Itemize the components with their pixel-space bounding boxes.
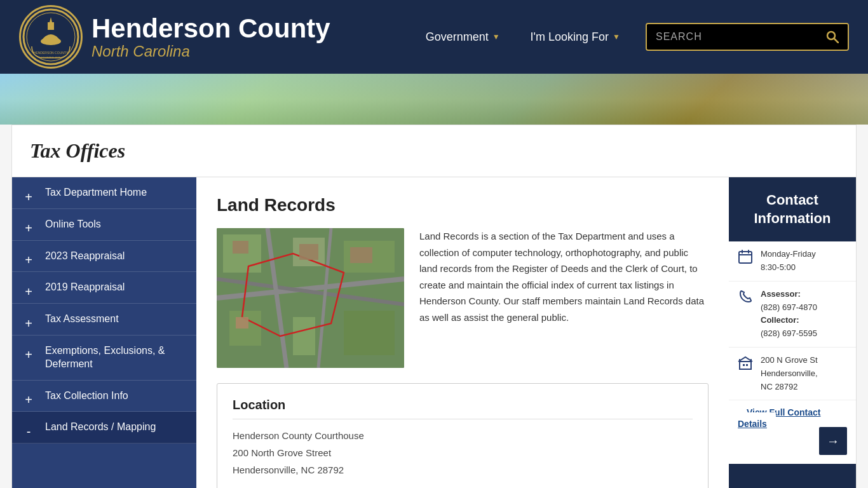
sidebar-item-label: Tax Collection Info [45, 381, 196, 412]
svg-rect-32 [743, 364, 745, 366]
logo-area: HENDERSON COUNTY FOUNDED 1838 Henderson … [19, 5, 330, 69]
location-line2: 200 North Grove Street [233, 444, 693, 461]
hero-image [0, 74, 868, 125]
svg-rect-24 [350, 247, 372, 263]
aerial-map-svg [217, 228, 404, 368]
county-seal: HENDERSON COUNTY FOUNDED 1838 [19, 5, 83, 69]
contact-hours: Monday-Friday 8:30-5:00 [729, 241, 856, 281]
content-intro: Land Records is a section of the Tax Dep… [217, 228, 709, 368]
nav-government-label: Government [426, 30, 489, 44]
sidebar: +Tax Department Home+Online Tools+2023 R… [12, 177, 196, 488]
arrow-right-icon: → [827, 434, 839, 449]
contact-hours-text: Monday-Friday 8:30-5:00 [761, 248, 816, 274]
search-input[interactable] [647, 25, 817, 49]
sidebar-item-0[interactable]: +Tax Department Home [12, 177, 196, 209]
svg-rect-17 [293, 317, 315, 355]
content-description: Land Records is a section of the Tax Dep… [419, 228, 709, 368]
content-area: Land Records [196, 177, 729, 488]
contact-header: Contact Information [729, 177, 856, 241]
svg-rect-22 [236, 317, 248, 329]
location-address: Henderson County Courthouse 200 North Gr… [233, 427, 693, 478]
sidebar-item-6[interactable]: +Tax Collection Info [12, 381, 196, 412]
sidebar-item-label: 2019 Reappraisal [45, 272, 196, 303]
sidebar-item-label: Land Records / Mapping [45, 412, 196, 443]
main-wrapper: +Tax Department Home+Online Tools+2023 R… [11, 177, 857, 488]
svg-rect-25 [739, 252, 752, 263]
svg-rect-3 [48, 22, 54, 30]
assessor-label: Assessor: [761, 289, 801, 299]
sidebar-item-icon: + [12, 304, 45, 334]
contact-arrow-button[interactable]: → [819, 427, 847, 455]
address-line3: NC 28792 [761, 381, 818, 394]
svg-rect-33 [746, 364, 748, 366]
collector-label: Collector: [761, 315, 799, 325]
site-title-main: Henderson County [92, 14, 330, 43]
hours-label: Monday-Friday [761, 248, 816, 261]
hours-value: 8:30-5:00 [761, 261, 816, 274]
site-title: Henderson County North Carolina [92, 14, 330, 60]
content-title: Land Records [217, 195, 709, 215]
view-full-contact-link[interactable]: View Full Contact Details [738, 401, 820, 435]
svg-rect-21 [233, 241, 248, 254]
sidebar-item-3[interactable]: +2019 Reappraisal [12, 272, 196, 304]
sidebar-item-label: Tax Assessment [45, 304, 196, 335]
sidebar-item-icon: + [12, 177, 45, 208]
svg-line-8 [834, 39, 838, 43]
sidebar-item-icon: - [12, 412, 45, 442]
collector-phone: (828) 697-5595 [761, 327, 817, 341]
location-box: Location Henderson County Courthouse 200… [217, 383, 709, 488]
contact-footer: View Full Contact Details → [729, 400, 856, 464]
assessor-phone: (828) 697-4870 [761, 301, 817, 315]
svg-rect-29 [740, 362, 751, 369]
search-icon [826, 30, 839, 43]
location-title: Location [233, 398, 693, 419]
main-nav: Government ▼ I'm Looking For ▼ [410, 0, 849, 74]
sidebar-item-2[interactable]: +2023 Reappraisal [12, 241, 196, 273]
sidebar-item-icon: + [12, 209, 45, 240]
contact-phone-text: Assessor: (828) 697-4870 Collector: (828… [761, 288, 817, 341]
sidebar-item-label: Tax Department Home [45, 177, 196, 208]
page-title: Tax Offices [30, 139, 838, 163]
svg-text:HENDERSON COUNTY: HENDERSON COUNTY [34, 51, 69, 55]
sidebar-item-icon: + [12, 272, 45, 302]
hero-background [0, 74, 868, 125]
sidebar-item-icon: + [12, 241, 45, 271]
building-icon [738, 355, 753, 393]
chevron-down-icon: ▼ [613, 32, 620, 41]
svg-rect-19 [344, 311, 395, 355]
site-title-sub: North Carolina [92, 43, 330, 60]
site-header: HENDERSON COUNTY FOUNDED 1838 Henderson … [0, 0, 868, 74]
nav-looking-for[interactable]: I'm Looking For ▼ [515, 0, 635, 74]
contact-address: 200 N Grove St Hendersonville, NC 28792 [729, 348, 856, 400]
contact-phone: Assessor: (828) 697-4870 Collector: (828… [729, 281, 856, 348]
contact-address-text: 200 N Grove St Hendersonville, NC 28792 [761, 354, 818, 393]
nav-government[interactable]: Government ▼ [410, 0, 515, 74]
phone-icon [738, 289, 753, 341]
sidebar-item-icon: + [12, 336, 45, 366]
location-line1: Henderson County Courthouse [233, 427, 693, 444]
contact-sidebar: Contact Information Monday-Friday 8:30-5… [729, 177, 856, 488]
aerial-map-image [217, 228, 404, 368]
search-button[interactable] [817, 24, 848, 50]
sidebar-item-label: Exemptions, Exclusions, & Deferment [45, 336, 196, 380]
search-bar [646, 23, 849, 51]
page-title-area: Tax Offices [11, 125, 857, 177]
svg-rect-23 [299, 244, 318, 260]
sidebar-item-7[interactable]: -Land Records / Mapping [12, 412, 196, 444]
nav-looking-for-label: I'm Looking For [531, 30, 609, 44]
calendar-icon [738, 249, 753, 274]
sidebar-item-label: 2023 Reappraisal [45, 241, 196, 272]
address-line1: 200 N Grove St [761, 354, 818, 367]
sidebar-item-4[interactable]: +Tax Assessment [12, 304, 196, 336]
sidebar-item-1[interactable]: +Online Tools [12, 209, 196, 241]
sidebar-item-5[interactable]: +Exemptions, Exclusions, & Deferment [12, 336, 196, 381]
address-line2: Hendersonville, [761, 367, 818, 381]
chevron-down-icon: ▼ [492, 32, 500, 41]
location-line3: Hendersonville, NC 28792 [233, 461, 693, 478]
sidebar-item-icon: + [12, 381, 45, 411]
sidebar-item-label: Online Tools [45, 209, 196, 240]
